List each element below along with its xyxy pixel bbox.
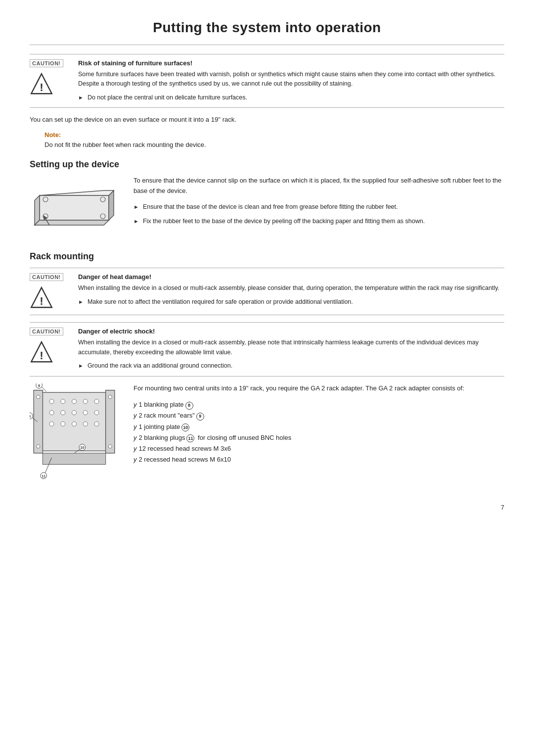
list-item-1: y 1 blanking plate 8 — [134, 399, 504, 410]
caution-title-3: Danger of electric shock! — [78, 328, 504, 335]
setup-section: To ensure that the device cannot slip on… — [30, 176, 504, 241]
caution-title-2: Danger of heat damage! — [78, 273, 504, 281]
svg-point-18 — [61, 399, 65, 403]
caution-bullet-arrow-2: ► — [78, 298, 84, 306]
svg-point-34 — [37, 444, 40, 448]
note-label: Note: — [44, 131, 504, 139]
title-rule — [30, 45, 504, 45]
caution-box-1: CAUTION! ! Risk of staining of furniture… — [30, 54, 504, 108]
device-illustration — [30, 176, 119, 240]
svg-text:!: ! — [40, 81, 43, 94]
caution-bullet-2: ► Make sure not to affect the ventilatio… — [78, 297, 504, 307]
svg-text:10: 10 — [80, 445, 84, 450]
svg-point-37 — [108, 444, 112, 448]
caution-warning-icon-2: ! — [30, 286, 53, 310]
caution-label-1: CAUTION! — [30, 59, 63, 67]
caution-label-3: CAUTION! — [30, 328, 63, 335]
setup-bullet-text-2: Fix the rubber feet to the base of the d… — [143, 217, 425, 226]
svg-point-20 — [83, 399, 88, 403]
list-item-4: y 2 blanking plugs 11 for closing off un… — [134, 432, 504, 443]
setup-bullet-arrow-2: ► — [134, 217, 139, 226]
caution-bullet-3: ► Ground the rack via an additional grou… — [78, 361, 504, 371]
svg-point-26 — [94, 410, 99, 415]
svg-point-25 — [83, 410, 88, 415]
caution-warning-icon-1: ! — [30, 72, 53, 96]
svg-text:11: 11 — [42, 473, 45, 478]
svg-text:8: 8 — [38, 383, 40, 388]
list-item-3: y 1 jointing plate 10 — [134, 422, 504, 432]
section-setup-heading: Setting up the device — [30, 159, 504, 170]
caution-body-2: When installing the device in a closed o… — [78, 284, 504, 293]
rack-adapter-illustration: 8 9 10 11 — [30, 383, 119, 482]
caution-bullet-text-2: Make sure not to affect the ventilation … — [88, 297, 353, 307]
note-text: Do not fit the rubber feet when rack mou… — [44, 140, 504, 150]
caution-content-2: Danger of heat damage! When installing t… — [74, 273, 504, 310]
svg-marker-2 — [40, 195, 109, 220]
svg-point-23 — [61, 410, 65, 415]
svg-point-22 — [49, 410, 54, 415]
rack-intro: For mounting two central units into a 19… — [134, 383, 504, 394]
svg-point-31 — [94, 422, 99, 426]
list-item-5: y 12 recessed head screws M 3x6 — [134, 443, 504, 454]
caution-bullet-arrow-3: ► — [78, 362, 84, 370]
svg-rect-38 — [43, 453, 105, 464]
caution-label-cell-3: CAUTION! ! — [30, 328, 74, 371]
svg-point-33 — [37, 395, 40, 398]
caution-body-1: Some furniture surfaces have been treate… — [78, 70, 504, 89]
caution-label-2: CAUTION! — [30, 273, 63, 281]
rack-adapter-image: 8 9 10 11 — [30, 383, 124, 484]
rack-items-list: y 1 blanking plate 8 y 2 rack mount "ear… — [134, 399, 504, 465]
svg-point-24 — [72, 410, 76, 415]
caution-bullet-text-3: Ground the rack via an additional ground… — [88, 361, 232, 371]
setup-body: To ensure that the device cannot slip on… — [134, 176, 504, 196]
setup-text: To ensure that the device cannot slip on… — [134, 176, 504, 226]
svg-text:!: ! — [40, 295, 43, 308]
section-rack-heading: Rack mounting — [30, 251, 504, 262]
svg-point-29 — [72, 422, 76, 426]
setup-bullet-1: ► Ensure that the base of the device is … — [134, 202, 504, 212]
caution-box-2: CAUTION! ! Danger of heat damage! When i… — [30, 268, 504, 315]
svg-point-28 — [61, 422, 65, 426]
rack-list: For mounting two central units into a 19… — [134, 383, 504, 471]
page-title: Putting the system into operation — [30, 20, 504, 36]
setup-bullet-2: ► Fix the rubber feet to the base of the… — [134, 217, 504, 226]
intro-text: You can set up the device on an even sur… — [30, 115, 504, 125]
svg-point-19 — [72, 399, 76, 403]
list-item-2: y 2 rack mount "ears" 9 — [134, 410, 504, 421]
rack-section: 8 9 10 11 For mounting two central units… — [30, 383, 504, 484]
caution-label-cell-1: CAUTION! ! — [30, 59, 74, 102]
svg-point-30 — [83, 422, 88, 426]
svg-point-21 — [94, 399, 99, 403]
svg-marker-4 — [35, 220, 109, 225]
caution-bullet-1: ► Do not place the central unit on delic… — [78, 93, 504, 102]
svg-rect-35 — [106, 390, 115, 453]
page-number: 7 — [30, 504, 504, 511]
caution-bullet-text-1: Do not place the central unit on delicat… — [88, 93, 247, 102]
note-block: Note: Do not fit the rubber feet when ra… — [44, 131, 504, 150]
caution-box-3: CAUTION! ! Danger of electric shock! Whe… — [30, 322, 504, 376]
caution-content-3: Danger of electric shock! When installin… — [74, 328, 504, 371]
svg-point-36 — [108, 395, 112, 398]
caution-body-3: When installing the device in a closed o… — [78, 338, 504, 357]
caution-title-1: Risk of staining of furniture surfaces! — [78, 59, 504, 67]
svg-point-27 — [49, 422, 54, 426]
device-image — [30, 176, 124, 241]
setup-bullet-text-1: Ensure that the base of the device is cl… — [143, 202, 398, 212]
svg-point-17 — [49, 399, 54, 403]
bullet-arrow-icon: ► — [78, 94, 84, 102]
svg-rect-32 — [34, 390, 43, 453]
svg-text:9: 9 — [30, 414, 31, 418]
caution-label-cell-2: CAUTION! ! — [30, 273, 74, 310]
caution-content-1: Risk of staining of furniture surfaces! … — [74, 59, 504, 102]
list-item-6: y 2 recessed head screws M 6x10 — [134, 454, 504, 465]
svg-marker-6 — [40, 190, 114, 195]
svg-text:!: ! — [40, 350, 43, 362]
caution-warning-icon-3: ! — [30, 340, 53, 364]
setup-bullet-arrow-1: ► — [134, 203, 139, 211]
